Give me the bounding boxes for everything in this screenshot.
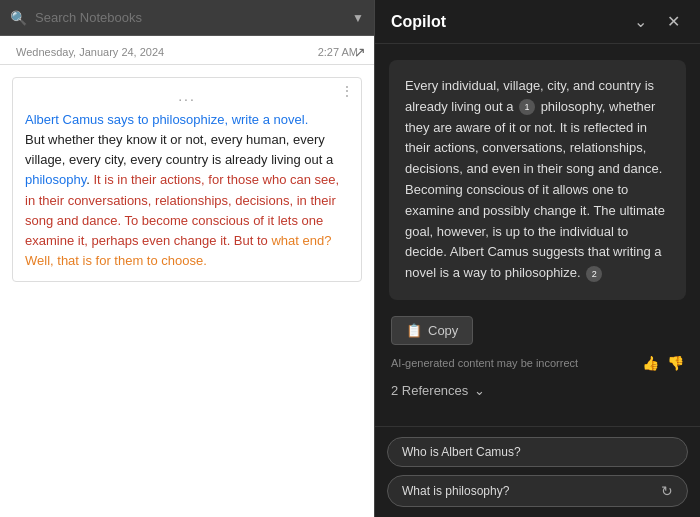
chevron-down-icon[interactable]: ▼ (352, 11, 364, 25)
note-text: Albert Camus says to philosophize, write… (25, 110, 349, 271)
note-corner-icon: ⋮ (341, 84, 353, 98)
ref-badge-2: 2 (586, 266, 602, 282)
copilot-body: Every individual, village, city, and cou… (375, 44, 700, 426)
expand-icon[interactable]: ↗ (354, 44, 366, 60)
header-actions: ⌄ ✕ (630, 12, 684, 32)
search-icon: 🔍 (10, 10, 27, 26)
close-button[interactable]: ✕ (663, 12, 684, 32)
references-label: 2 References (391, 383, 468, 398)
notebook-content: ↗ Wednesday, January 24, 2024 2:27 AM ..… (0, 36, 374, 517)
ai-response-bubble: Every individual, village, city, and cou… (389, 60, 686, 300)
copilot-panel: Copilot ⌄ ✕ Every individual, village, c… (375, 0, 700, 517)
copy-label: Copy (428, 323, 458, 338)
thumbs-down-button[interactable]: 👎 (667, 355, 684, 371)
note-text-blue: Albert Camus says to philosophize, write… (25, 112, 308, 127)
copilot-header: Copilot ⌄ ✕ (375, 0, 700, 44)
refresh-icon: ↻ (661, 483, 673, 499)
references-row[interactable]: 2 References ⌄ (391, 379, 684, 402)
search-input[interactable] (35, 10, 344, 25)
note-card: ... ⋮ Albert Camus says to philosophize,… (12, 77, 362, 282)
note-text-normal: But whether they know it or not, every h… (25, 132, 333, 167)
ref-badge-1: 1 (519, 99, 535, 115)
note-date: Wednesday, January 24, 2024 (16, 46, 164, 58)
ai-response-text-2: philosophy, whether they are aware of it… (405, 99, 665, 280)
note-time: 2:27 AM (318, 46, 358, 58)
left-panel: 🔍 ▼ ↗ Wednesday, January 24, 2024 2:27 A… (0, 0, 375, 517)
ai-disclaimer: AI-generated content may be incorrect (391, 357, 578, 369)
note-text-blue-2: philosophy (25, 172, 86, 187)
suggestion-chip-1[interactable]: Who is Albert Camus? (387, 437, 688, 467)
thumbs-up-button[interactable]: 👍 (642, 355, 659, 371)
suggestion-label-2: What is philosophy? (402, 484, 509, 498)
search-bar: 🔍 ▼ (0, 0, 374, 36)
date-header: Wednesday, January 24, 2024 2:27 AM (0, 36, 374, 65)
copy-button[interactable]: 📋 Copy (391, 316, 473, 345)
ai-feedback-row: AI-generated content may be incorrect 👍 … (391, 355, 684, 371)
minimize-button[interactable]: ⌄ (630, 12, 651, 32)
suggestion-chip-2[interactable]: What is philosophy? ↻ (387, 475, 688, 507)
feedback-icons: 👍 👎 (642, 355, 684, 371)
references-chevron-icon: ⌄ (474, 383, 485, 398)
note-dots: ... (25, 88, 349, 104)
copilot-footer: Who is Albert Camus? What is philosophy?… (375, 426, 700, 517)
copy-icon: 📋 (406, 323, 422, 338)
copilot-title: Copilot (391, 13, 446, 31)
suggestion-label-1: Who is Albert Camus? (402, 445, 521, 459)
